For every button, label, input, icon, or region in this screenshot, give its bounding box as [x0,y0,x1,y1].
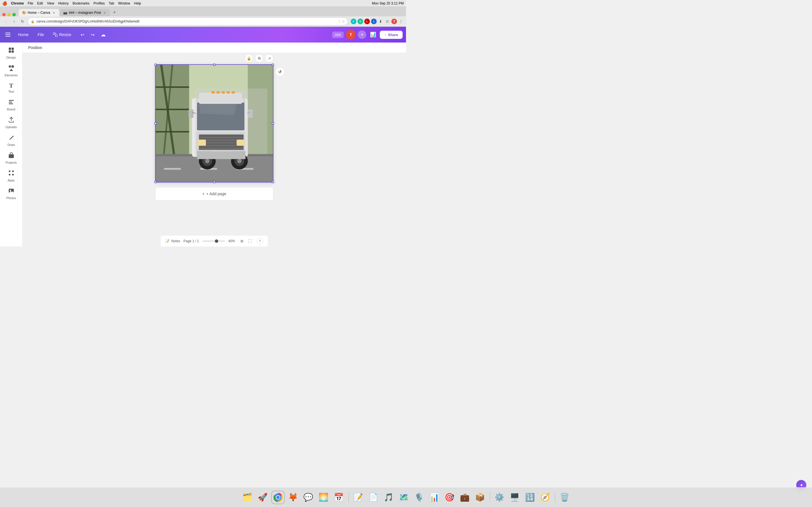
apps-icon [8,170,14,177]
traffic-lights [2,13,16,16]
notes-label: Notes [171,239,180,243]
canvas-scroll-area[interactable]: 🔒 ⧉ ↗ [22,53,406,235]
canvas-page[interactable]: ### + ### [155,64,273,182]
handle-mid-right[interactable] [272,122,274,124]
redo-button[interactable]: ↪ [88,30,97,39]
sidebar-item-uploads[interactable]: Uploads [2,114,21,131]
handle-top-left[interactable] [154,64,157,66]
sidebar-item-apps[interactable]: Apps [2,168,21,184]
svg-rect-2 [5,36,10,37]
menubar-tab[interactable]: Tab [109,1,114,5]
browser-tab-2[interactable]: 📷 ### – Instagram Post ✕ [60,9,110,16]
menubar: 🍎 Chrome File Edit View History Bookmark… [0,0,406,7]
add-page-icon: + [202,191,204,196]
menubar-profiles[interactable]: Profiles [94,1,105,5]
window-maximize[interactable] [12,13,16,16]
menubar-help[interactable]: Help [134,1,141,5]
grid-view-button[interactable]: ⊞ [239,238,245,244]
sidebar-item-design[interactable]: Design [2,45,21,61]
svg-rect-13 [9,100,14,101]
canva-resize-button[interactable]: Resize [50,31,75,39]
browser-tab-1[interactable]: 🎨 Home – Canva ✕ [18,9,59,16]
sidebar-item-draw[interactable]: Draw [2,132,21,149]
undo-button[interactable]: ↩ [78,30,87,39]
canva-file-button[interactable]: File [34,31,47,39]
canva-main: Design Elements T Text [0,43,406,246]
ext-window[interactable]: ⊡ [385,18,390,24]
sidebar-item-elements[interactable]: Elements [2,62,21,79]
share-button[interactable]: ↑ Share [380,31,403,39]
tab-favicon-1: 🎨 [22,11,26,15]
menubar-app[interactable]: Chrome [11,1,24,5]
add-collaborator-button[interactable]: + [358,31,366,39]
sidebar-item-text[interactable]: T Text [2,80,21,96]
url-text: canva.com/design/DAFvfJKSPDg/LmNs6NKrA6S… [36,19,337,23]
design-title-badge[interactable]: ### [332,32,344,38]
sidebar-item-photos[interactable]: Photos [2,185,21,202]
menubar-window[interactable]: Window [118,1,130,5]
svg-point-18 [12,170,14,172]
ext-grammarly[interactable]: G [357,18,363,24]
handle-bottom-right[interactable] [272,181,274,183]
share-design-button[interactable]: ↗ [265,54,273,62]
zoom-thumb[interactable] [215,239,218,243]
svg-rect-16 [9,154,14,158]
window-minimize[interactable] [7,13,11,16]
zoom-slider[interactable] [202,240,225,242]
canva-home-button[interactable]: Home [15,31,32,39]
handle-bottom-left[interactable] [154,181,157,183]
forward-button[interactable]: › [11,18,17,25]
canva-topbar-right: ### T + 📊 ↑ Share [332,30,403,40]
elements-icon [8,65,14,72]
address-bar[interactable]: 🔒 canva.com/design/DAFvfJKSPDg/LmNs6NKrA… [28,17,348,25]
tab-close-2[interactable]: ✕ [103,11,107,15]
save-cloud-icon[interactable]: ☁ [101,32,106,38]
refresh-button[interactable]: ↻ [19,18,26,25]
notes-button[interactable]: 📝 Notes [165,239,180,243]
tab-label-2: ### – Instagram Post [69,11,101,15]
view-buttons: ⊞ ⛶ [239,238,253,244]
tab-close-1[interactable]: ✕ [52,11,56,15]
svg-rect-61 [195,89,267,154]
handle-top-mid[interactable] [213,64,215,66]
fullscreen-button[interactable]: ⛶ [246,238,253,244]
share-page-icon[interactable]: ↑ [338,19,340,23]
ext-download[interactable]: ⬇ [378,18,384,24]
sidebar-item-projects[interactable]: Projects [2,150,21,166]
ext-1password[interactable]: 1 [371,18,377,24]
menubar-history[interactable]: History [58,1,68,5]
menubar-file[interactable]: File [28,1,33,5]
ext-canva[interactable]: C [351,18,356,24]
new-tab-button[interactable]: + [110,8,118,16]
refresh-image-button[interactable]: ↺ [275,67,285,76]
analytics-button[interactable]: 📊 [368,30,377,39]
sidebar-item-brand[interactable]: Brand [2,97,21,113]
svg-rect-6 [9,48,11,50]
handle-bottom-mid[interactable] [213,181,215,183]
apps-label: Apps [8,179,15,182]
help-button[interactable]: ? [257,238,263,244]
svg-point-64 [205,159,209,163]
svg-rect-3 [53,33,55,34]
ext-lastpass[interactable]: L [364,18,370,24]
handle-top-right[interactable] [272,64,274,66]
handle-mid-left[interactable] [154,122,157,124]
bookmark-icon[interactable]: ☆ [342,19,345,23]
lock-image-button[interactable]: 🔒 [245,54,253,62]
canva-menu-button[interactable] [3,30,12,39]
ext-more[interactable]: ⋮ [398,18,404,24]
svg-rect-46 [189,109,194,118]
copy-design-button[interactable]: ⧉ [255,54,263,62]
menubar-edit[interactable]: Edit [37,1,43,5]
svg-point-17 [9,170,10,172]
menubar-view[interactable]: View [47,1,54,5]
add-page-button[interactable]: + + Add page [155,187,273,201]
ext-profile[interactable]: T [391,18,397,24]
apple-menu[interactable]: 🍎 [2,1,7,6]
back-button[interactable]: ‹ [2,18,9,25]
tab-favicon-2: 📷 [63,11,67,15]
window-close[interactable] [2,13,6,16]
user-avatar[interactable]: T [346,30,356,40]
draw-label: Draw [8,143,15,147]
menubar-bookmarks[interactable]: Bookmarks [73,1,90,5]
